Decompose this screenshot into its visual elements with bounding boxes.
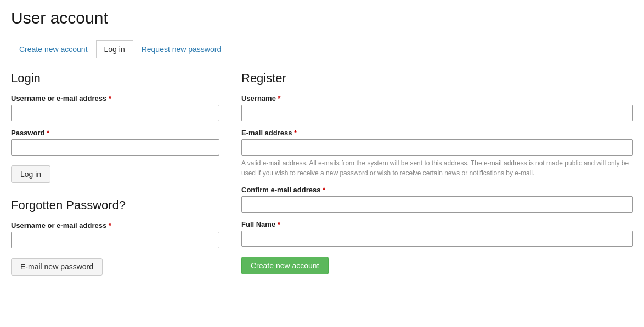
register-username-input[interactable] xyxy=(241,105,633,121)
page-title: User account xyxy=(11,9,633,27)
login-password-input[interactable] xyxy=(11,139,219,156)
register-confirm-email-input[interactable] xyxy=(241,196,633,213)
tab-create-account[interactable]: Create new account xyxy=(11,40,96,58)
main-content: Login Username or e-mail address * Passw… xyxy=(11,58,633,276)
register-username-label: Username * xyxy=(241,94,633,102)
register-email-label: E-mail address * xyxy=(241,129,633,137)
register-fullname-input[interactable] xyxy=(241,231,633,247)
tab-login[interactable]: Log in xyxy=(96,40,133,58)
register-email-group: E-mail address * A valid e-mail address.… xyxy=(241,129,633,178)
login-username-input[interactable] xyxy=(11,105,219,121)
forgotten-password-section: Forgotten Password? Username or e-mail a… xyxy=(11,198,219,276)
forgotten-title: Forgotten Password? xyxy=(11,198,219,213)
login-password-label: Password * xyxy=(11,129,219,137)
tab-request-password[interactable]: Request new password xyxy=(133,40,230,58)
tabs: Create new account Log in Request new pa… xyxy=(11,33,633,58)
register-title: Register xyxy=(241,71,633,85)
forgotten-username-input[interactable] xyxy=(11,232,219,248)
register-email-input[interactable] xyxy=(241,139,633,156)
register-confirm-email-label: Confirm e-mail address * xyxy=(241,186,633,194)
login-title: Login xyxy=(11,71,219,85)
register-fullname-label: Full Name * xyxy=(241,220,633,228)
left-column: Login Username or e-mail address * Passw… xyxy=(11,71,219,276)
forgotten-username-label: Username or e-mail address * xyxy=(11,221,219,230)
login-password-group: Password * xyxy=(11,129,219,156)
login-username-label: Username or e-mail address * xyxy=(11,94,219,102)
login-section: Login Username or e-mail address * Passw… xyxy=(11,71,219,183)
login-username-group: Username or e-mail address * xyxy=(11,94,219,121)
right-column: Register Username * E-mail address * A v… xyxy=(241,71,633,276)
create-account-button[interactable]: Create new account xyxy=(241,257,329,274)
register-confirm-email-group: Confirm e-mail address * xyxy=(241,186,633,213)
login-button[interactable]: Log in xyxy=(11,165,50,183)
forgotten-username-group: Username or e-mail address * xyxy=(11,221,219,248)
email-new-password-button[interactable]: E-mail new password xyxy=(11,258,103,276)
page-header: User account xyxy=(11,0,633,33)
register-email-help: A valid e-mail address. All e-mails from… xyxy=(241,158,633,178)
register-username-group: Username * xyxy=(241,94,633,121)
register-fullname-group: Full Name * xyxy=(241,220,633,247)
